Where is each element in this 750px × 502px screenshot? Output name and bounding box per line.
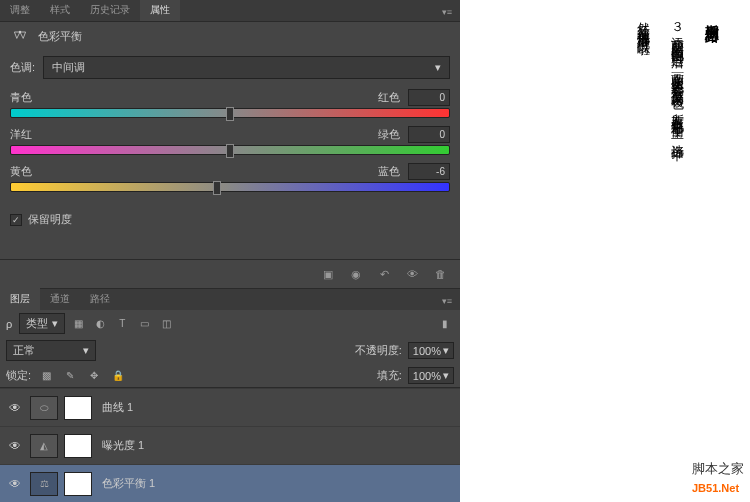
slider-thumb[interactable] [213,181,221,195]
lock-pixels-icon[interactable]: ✎ [61,368,79,384]
tab-style[interactable]: 样式 [40,0,80,21]
filter-type-icon[interactable]: T [113,316,131,332]
properties-footer: ▣ ◉ ↶ 👁 🗑 [0,259,460,288]
tab-adjust[interactable]: 调整 [0,0,40,21]
opacity-input[interactable]: 100%▾ [408,342,454,359]
visibility-toggle[interactable]: 👁 [6,439,24,453]
layer-name[interactable]: 色彩平衡 1 [98,476,454,491]
color-balance-adjustment-icon: ⚖ [30,472,58,496]
tab-properties[interactable]: 属性 [140,0,180,21]
tone-value: 中间调 [52,60,85,75]
layer-mask-thumbnail[interactable] [64,396,92,420]
slider-value-input[interactable] [408,126,450,143]
filter-toggle[interactable]: ▮ [436,316,454,332]
slider-value-input[interactable] [408,89,450,106]
lock-transparency-icon[interactable]: ▩ [37,368,55,384]
dropdown-arrow-icon: ▾ [435,61,441,74]
chevron-down-icon: ▾ [83,344,89,357]
magenta-green-slider[interactable] [10,145,450,155]
note-line-1: ３添加两层品色图层过后，画面整体色彩会有点偏欠暖色。所有在色彩平衡里，选择中… [668,12,688,157]
curves-adjustment-icon: ⬭ [30,396,58,420]
filter-adjust-icon[interactable]: ◐ [91,316,109,332]
slider-left-label: 洋红 [10,127,32,142]
svg-point-0 [19,31,21,33]
layers-menu-icon[interactable]: ▾≡ [434,292,460,310]
panel-menu-icon[interactable]: ▾≡ [434,3,460,21]
visibility-toggle[interactable]: 👁 [6,477,24,491]
slider-left-label: 青色 [10,90,32,105]
tab-history[interactable]: 历史记录 [80,0,140,21]
yellow-blue-slider[interactable] [10,182,450,192]
slider-value-input[interactable] [408,163,450,180]
slider-right-label: 绿色 [378,127,400,142]
tab-paths[interactable]: 路径 [80,288,120,310]
lock-label: 锁定: [6,368,31,383]
note-line-2: 然后往黄色偏移就可以啦。 [634,12,654,157]
preserve-luminosity-checkbox[interactable]: ✓ [10,214,22,226]
lock-all-icon[interactable]: 🔒 [109,368,127,384]
filter-smart-icon[interactable]: ◫ [157,316,175,332]
properties-tabs: 调整 样式 历史记录 属性 ▾≡ [0,0,460,22]
tone-dropdown[interactable]: 中间调 ▾ [43,56,450,79]
layer-name[interactable]: 曝光度 1 [98,438,454,453]
blend-mode-dropdown[interactable]: 正常 ▾ [6,340,96,361]
color-balance-icon [10,28,30,44]
layer-name[interactable]: 曲线 1 [98,400,454,415]
cyan-red-slider[interactable] [10,108,450,118]
toggle-visibility-icon[interactable]: 👁 [400,264,424,284]
filter-shape-icon[interactable]: ▭ [135,316,153,332]
slider-right-label: 蓝色 [378,164,400,179]
fill-input[interactable]: 100%▾ [408,367,454,384]
tab-channels[interactable]: 通道 [40,288,80,310]
delete-icon[interactable]: 🗑 [428,264,452,284]
layer-mask-thumbnail[interactable] [64,472,92,496]
layer-row[interactable]: 👁 ◭ 曝光度 1 [0,426,460,464]
exposure-adjustment-icon: ◭ [30,434,58,458]
view-previous-icon[interactable]: ◉ [344,264,368,284]
preserve-luminosity-label: 保留明度 [28,212,72,227]
reset-icon[interactable]: ↶ [372,264,396,284]
watermark: 脚本之家 JB51.Net [692,459,744,496]
property-header: 色彩平衡 [0,22,460,50]
note-title: 后期思路： [701,12,722,157]
layer-mask-thumbnail[interactable] [64,434,92,458]
slider-right-label: 红色 [378,90,400,105]
visibility-toggle[interactable]: 👁 [6,401,24,415]
search-icon: ρ [6,318,15,330]
tone-label: 色调: [10,60,35,75]
slider-left-label: 黄色 [10,164,32,179]
clip-to-layer-icon[interactable]: ▣ [316,264,340,284]
layers-tabs: 图层 通道 路径 ▾≡ [0,288,460,310]
lock-position-icon[interactable]: ✥ [85,368,103,384]
layer-row[interactable]: 👁 ⬭ 曲线 1 [0,388,460,426]
slider-thumb[interactable] [226,107,234,121]
kind-dropdown[interactable]: 类型▾ [19,313,65,334]
tab-layers[interactable]: 图层 [0,288,40,310]
filter-pixel-icon[interactable]: ▦ [69,316,87,332]
property-title: 色彩平衡 [38,29,82,44]
opacity-label: 不透明度: [355,343,402,358]
annotation-text: 然后往黄色偏移就可以啦。 ３添加两层品色图层过后，画面整体色彩会有点偏欠暖色。所… [634,12,722,157]
slider-thumb[interactable] [226,144,234,158]
fill-label: 填充: [377,368,402,383]
layer-row-selected[interactable]: 👁 ⚖ 色彩平衡 1 [0,464,460,502]
